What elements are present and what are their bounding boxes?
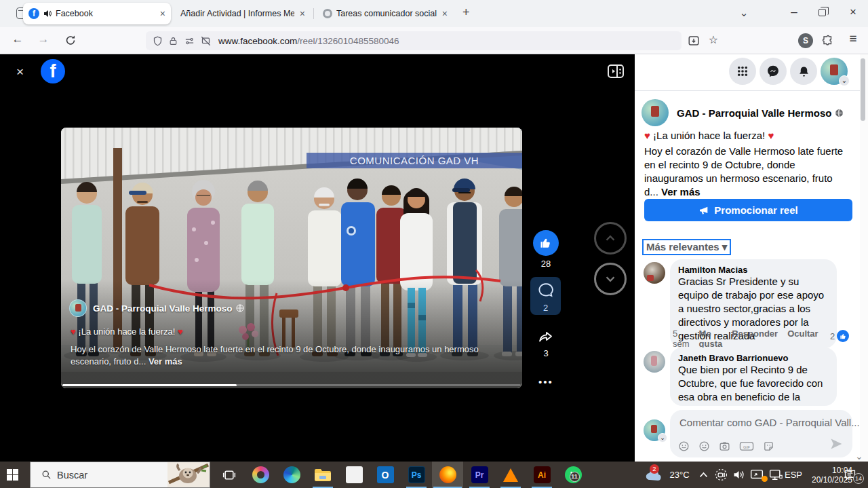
sticker-icon[interactable] [763,440,774,452]
taskbar-whatsapp[interactable]: 11 [557,462,589,488]
sloth-image [167,462,210,487]
taskbar-file-explorer[interactable] [307,462,338,488]
thumbs-up-icon [539,236,553,250]
permissions-icon[interactable] [184,36,195,46]
list-tabs-chevron[interactable]: ⌄ [734,7,754,19]
extension-s-icon[interactable]: S [798,33,813,48]
language-indicator[interactable]: ESP [781,462,806,488]
facebook-logo[interactable]: f [41,59,65,83]
avatar[interactable] [69,299,87,317]
tab-close-icon[interactable]: × [442,9,448,18]
taskbar-photoshop[interactable]: Ps [401,462,432,488]
task-view-button[interactable] [214,462,245,488]
window-close-button[interactable]: × [843,5,863,19]
save-page-icon[interactable] [688,35,700,47]
meet-now-icon[interactable] [712,462,730,488]
taskbar-copilot[interactable] [245,462,276,488]
url-text[interactable]: www.facebook.com/reel/1326010485580046 [218,36,399,46]
action-center-button[interactable]: 14 [838,462,861,488]
tab-close-icon[interactable]: × [300,9,305,18]
comment-bubble[interactable]: Janeth Bravo Barrionuevo Que bien por el… [670,348,837,406]
scrollbar-thumb[interactable] [861,58,865,121]
video-progress-bar[interactable] [62,384,521,386]
composer-identity-chevron-icon[interactable]: ⌄ [658,433,667,443]
composer-avatar[interactable]: ⌄ [644,419,665,441]
comments-button[interactable]: 2 [530,277,561,315]
comment-input[interactable]: Comentar como GAD - Parroquial Vall... G… [670,410,852,457]
blocked-screenshare-icon[interactable] [200,36,212,46]
minimize-button[interactable]: – [784,5,804,19]
comment-like-action[interactable]: Me gusta [699,329,723,349]
send-icon[interactable] [829,437,843,451]
notifications-button[interactable] [790,58,817,85]
avatar-sticker-icon[interactable] [678,440,690,452]
next-reel-button[interactable] [594,263,627,295]
video-page-name[interactable]: GAD - Parroquial Valle Hermoso [93,303,233,314]
url-bar[interactable]: www.facebook.com/reel/1326010485580046 [146,31,682,50]
collapse-panel-icon[interactable] [607,63,625,79]
new-tab-button[interactable]: + [462,5,470,20]
restore-button[interactable] [818,9,826,16]
apps-menu-button[interactable] [729,58,756,85]
volume-icon[interactable] [730,462,747,488]
bookmark-star-icon[interactable]: ☆ [704,33,723,46]
messenger-button[interactable] [760,58,787,85]
globe-icon [236,304,244,312]
taskbar-premiere[interactable]: Pr [464,462,495,488]
share-button[interactable]: 3 [530,329,561,358]
tab-informes[interactable]: Añadir Actividad | Informes Mensua × [175,3,311,24]
comments-sort-dropdown[interactable]: Más relevantes ▾ [642,239,731,255]
reel-video[interactable]: COMUNICACIÓN GAD VH GAD - Parroquial Val… [61,128,522,388]
taskbar-illustrator[interactable]: Ai [526,462,557,488]
page-avatar[interactable] [642,99,669,126]
close-reel-icon[interactable]: × [16,64,24,79]
comment-time[interactable]: 5 sem [673,329,690,349]
lock-icon[interactable] [169,36,178,46]
premiere-icon: Pr [471,466,488,483]
video-page-header[interactable]: GAD - Parroquial Valle Hermoso [69,299,244,317]
page-name[interactable]: GAD - Parroquial Valle Hermoso [677,107,831,119]
promote-reel-button[interactable]: Promocionar reel [644,199,852,221]
tab-tareas[interactable]: Tareas comunicador social GAD × [317,3,453,24]
reload-button[interactable] [61,35,80,46]
taskbar-search-box[interactable]: Buscar [30,462,210,488]
profile-avatar-button[interactable]: ⌄ [821,58,848,85]
back-button[interactable]: ← [8,33,27,46]
tab-close-icon[interactable]: × [160,9,165,18]
more-options-icon[interactable]: ••• [530,376,561,388]
extensions-puzzle-icon[interactable] [822,35,834,47]
weather-tray-icon[interactable]: 2 [642,462,666,488]
see-more-link[interactable]: Ver más [149,356,182,367]
browser-tab-strip: f Facebook × Añadir Actividad | Informes… [0,0,868,27]
taskbar-vlc[interactable] [495,462,526,488]
taskbar-store[interactable] [338,462,370,488]
tab-audio-icon[interactable] [43,10,52,18]
post-page-header[interactable]: GAD - Parroquial Valle Hermoso [642,99,844,126]
comment-author[interactable]: Hamilton Macias [678,265,829,275]
cast-screen-icon[interactable] [747,462,766,488]
temperature-label[interactable]: 23°C [666,462,693,488]
see-more-link[interactable]: Ver más [661,186,701,198]
comment-hide-action[interactable]: Ocultar [787,329,818,339]
previous-reel-button[interactable] [594,222,627,255]
menu-hamburger-icon[interactable]: ≡ [844,31,863,46]
tab-facebook[interactable]: f Facebook × [23,3,171,24]
comment-reply-action[interactable]: Responder [732,329,778,339]
forward-button[interactable]: → [34,33,53,46]
commenter-avatar[interactable] [644,351,665,373]
taskbar-edge[interactable] [276,462,307,488]
like-button[interactable] [533,230,559,256]
comment-like-count[interactable]: 2 [830,330,849,342]
heart-icon: ♥ [768,130,774,141]
gif-icon[interactable]: GIF [739,440,754,452]
start-button[interactable] [7,469,18,481]
scroll-down-chevron-icon[interactable]: ⌄ [855,451,863,462]
taskbar-outlook[interactable]: O [370,462,401,488]
camera-icon[interactable] [719,440,730,452]
taskbar-firefox[interactable] [432,462,463,488]
commenter-avatar[interactable] [644,262,665,284]
emoji-icon[interactable] [698,440,710,452]
shield-icon[interactable] [153,36,163,46]
tray-overflow-chevron[interactable] [696,462,711,488]
comment-author[interactable]: Janeth Bravo Barrionuevo [678,353,829,363]
